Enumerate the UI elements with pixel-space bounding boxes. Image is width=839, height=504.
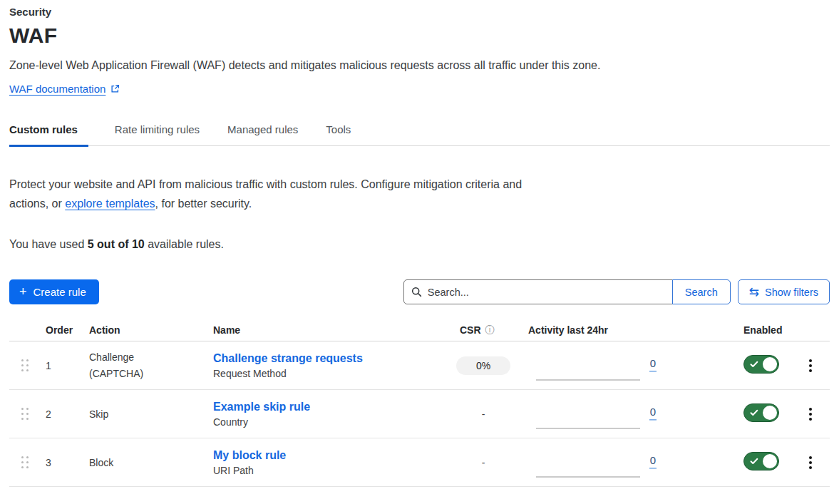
search-box xyxy=(403,279,673,304)
intro-text-after: , for better security. xyxy=(155,197,252,210)
page-description: Zone-level Web Application Firewall (WAF… xyxy=(9,59,830,72)
rule-name-cell: Challenge strange requests Request Metho… xyxy=(204,352,451,379)
rule-action: Challenge (CAPTCHA) xyxy=(80,349,204,381)
rule-field: Country xyxy=(213,416,451,428)
waf-documentation-link[interactable]: WAF documentation xyxy=(9,83,105,95)
kebab-menu-icon[interactable] xyxy=(809,408,812,421)
action-line1: Challenge xyxy=(89,349,204,365)
rules-toolbar: + Create rule Search ⇆ Show filt xyxy=(9,279,830,304)
rule-activity: 0 xyxy=(516,390,666,438)
page-title: WAF xyxy=(9,24,830,48)
activity-count-link[interactable]: 0 xyxy=(649,406,657,420)
toggle-knob xyxy=(763,357,777,371)
drag-handle-cell xyxy=(9,359,40,371)
search-group: Search xyxy=(403,279,731,304)
kebab-menu-icon[interactable] xyxy=(809,456,812,469)
row-menu-cell xyxy=(791,408,830,421)
external-link-icon xyxy=(110,84,120,93)
tab-managed-rules[interactable]: Managed rules xyxy=(227,122,299,145)
column-action: Action xyxy=(80,324,204,336)
column-activity: Activity last 24hr xyxy=(516,324,666,336)
column-name: Name xyxy=(204,324,451,336)
enabled-toggle[interactable] xyxy=(743,452,779,470)
rule-order: 3 xyxy=(40,457,80,468)
drag-handle-cell xyxy=(9,408,40,420)
rule-action: Skip xyxy=(80,406,204,422)
waf-page: Security WAF Zone-level Web Application … xyxy=(0,0,839,487)
rule-enabled xyxy=(666,355,791,376)
rule-order: 1 xyxy=(40,360,80,371)
table-row: 2 Skip Example skip rule Country - 0 xyxy=(9,390,830,438)
rule-csr: - xyxy=(451,408,516,420)
check-icon xyxy=(750,361,758,368)
tab-bar: Custom rules Rate limiting rules Managed… xyxy=(9,122,830,146)
rule-name-cell: My block rule URI Path xyxy=(204,449,451,476)
csr-label: CSR xyxy=(460,324,481,336)
table-row: 1 Challenge (CAPTCHA) Challenge strange … xyxy=(9,341,830,390)
column-order: Order xyxy=(40,324,80,336)
doc-link-row: WAF documentation xyxy=(9,83,830,95)
kebab-menu-icon[interactable] xyxy=(809,359,812,372)
plus-icon: + xyxy=(19,285,27,298)
table-header: Order Action Name CSR ⓘ Activity last 24… xyxy=(9,320,830,341)
show-filters-label: Show filters xyxy=(765,287,818,298)
activity-count-link[interactable]: 0 xyxy=(649,454,657,468)
rule-csr: - xyxy=(451,457,516,468)
row-menu-cell xyxy=(791,359,830,372)
rule-name-link[interactable]: My block rule xyxy=(213,449,451,462)
check-icon xyxy=(750,458,758,465)
search-icon xyxy=(411,287,422,297)
action-line1: Block xyxy=(89,455,204,470)
rule-name-cell: Example skip rule Country xyxy=(204,401,451,428)
enabled-toggle[interactable] xyxy=(743,355,779,374)
usage-suffix: available rules. xyxy=(145,238,224,250)
activity-sparkline xyxy=(536,428,640,429)
explore-templates-link[interactable]: explore templates xyxy=(65,197,155,210)
breadcrumb-security: Security xyxy=(9,6,830,18)
search-input[interactable] xyxy=(428,287,665,298)
toggle-knob xyxy=(763,406,777,420)
usage-prefix: You have used xyxy=(9,238,88,250)
tab-rate-limiting-rules[interactable]: Rate limiting rules xyxy=(115,122,201,145)
intro-text: Protect your website and API from malici… xyxy=(9,175,534,213)
check-icon xyxy=(750,409,758,416)
activity-sparkline xyxy=(536,476,640,478)
create-rule-label: Create rule xyxy=(34,286,86,298)
csr-badge: 0% xyxy=(456,356,510,375)
rule-field: URI Path xyxy=(213,465,451,476)
activity-count-link[interactable]: 0 xyxy=(649,357,657,371)
action-line2: (CAPTCHA) xyxy=(89,366,204,381)
info-icon[interactable]: ⓘ xyxy=(485,324,495,336)
drag-handle-cell xyxy=(9,456,40,468)
drag-handle-icon[interactable] xyxy=(21,408,29,420)
toggle-knob xyxy=(763,454,777,468)
action-line1: Skip xyxy=(89,406,204,422)
rules-usage-text: You have used 5 out of 10 available rule… xyxy=(9,238,830,251)
search-button[interactable]: Search xyxy=(672,279,731,304)
usage-count: 5 out of 10 xyxy=(88,238,145,250)
rule-enabled xyxy=(666,452,791,473)
rule-field: Request Method xyxy=(213,368,451,379)
rule-name-link[interactable]: Example skip rule xyxy=(213,401,451,413)
row-menu-cell xyxy=(791,456,830,469)
column-enabled: Enabled xyxy=(666,324,791,336)
swap-arrows-icon: ⇆ xyxy=(749,286,759,298)
rule-enabled xyxy=(666,403,791,424)
tab-tools[interactable]: Tools xyxy=(326,122,352,145)
toolbar-right: Search ⇆ Show filters xyxy=(403,279,830,304)
create-rule-button[interactable]: + Create rule xyxy=(9,279,99,304)
rule-name-link[interactable]: Challenge strange requests xyxy=(213,352,451,365)
rule-csr: 0% xyxy=(451,356,516,375)
table-row: 3 Block My block rule URI Path - 0 xyxy=(9,438,830,487)
tab-custom-rules[interactable]: Custom rules xyxy=(9,122,88,145)
drag-handle-icon[interactable] xyxy=(21,359,29,371)
activity-sparkline xyxy=(536,379,640,381)
rule-order: 2 xyxy=(40,408,80,420)
rule-activity: 0 xyxy=(516,438,666,486)
drag-handle-icon[interactable] xyxy=(21,456,29,468)
enabled-toggle[interactable] xyxy=(743,403,779,422)
show-filters-button[interactable]: ⇆ Show filters xyxy=(738,279,830,304)
rules-table: Order Action Name CSR ⓘ Activity last 24… xyxy=(9,320,830,487)
rule-activity: 0 xyxy=(516,341,666,389)
rule-action: Block xyxy=(80,455,204,470)
